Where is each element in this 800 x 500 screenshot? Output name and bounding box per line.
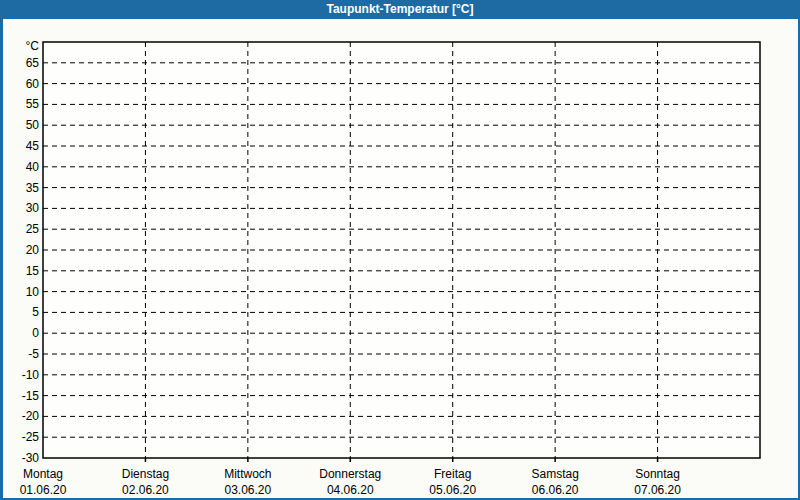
x-date-label: 03.06.20: [224, 483, 271, 497]
y-axis-unit-label: °C: [26, 39, 40, 53]
y-tick-label: -5: [28, 347, 39, 361]
x-date-label: 01.06.20: [20, 483, 67, 497]
chart-plot: 65605550454035302520151050-5-10-15-20-25…: [3, 19, 798, 498]
chart-window: Taupunkt-Temperatur [°C] 656055504540353…: [0, 0, 800, 500]
chart-title-bar: Taupunkt-Temperatur [°C]: [0, 0, 800, 19]
y-tick-label: -15: [22, 389, 40, 403]
y-tick-label: -30: [22, 451, 40, 465]
x-day-label: Dienstag: [122, 467, 169, 481]
y-tick-label: 25: [26, 222, 40, 236]
x-day-label: Mittwoch: [224, 467, 271, 481]
y-tick-label: 50: [26, 118, 40, 132]
y-tick-label: -10: [22, 368, 40, 382]
y-tick-label: 15: [26, 264, 40, 278]
x-date-label: 02.06.20: [122, 483, 169, 497]
y-tick-label: 65: [26, 56, 40, 70]
y-tick-label: 20: [26, 243, 40, 257]
y-tick-label: 55: [26, 97, 40, 111]
y-tick-label: 30: [26, 201, 40, 215]
x-day-label: Montag: [23, 467, 63, 481]
y-tick-label: 10: [26, 285, 40, 299]
y-tick-label: 40: [26, 160, 40, 174]
x-day-label: Freitag: [434, 467, 471, 481]
x-day-label: Samstag: [531, 467, 578, 481]
x-day-label: Donnerstag: [319, 467, 381, 481]
y-tick-label: -20: [22, 409, 40, 423]
y-tick-label: 0: [32, 326, 39, 340]
y-tick-label: 45: [26, 139, 40, 153]
y-tick-label: -25: [22, 430, 40, 444]
chart-content: 65605550454035302520151050-5-10-15-20-25…: [3, 19, 798, 498]
x-date-label: 07.06.20: [634, 483, 681, 497]
y-tick-label: 35: [26, 181, 40, 195]
x-date-label: 04.06.20: [327, 483, 374, 497]
chart-title: Taupunkt-Temperatur [°C]: [326, 2, 473, 16]
y-tick-label: 5: [32, 305, 39, 319]
y-tick-label: 60: [26, 77, 40, 91]
plot-area: [43, 42, 760, 458]
x-date-label: 06.06.20: [532, 483, 579, 497]
x-date-label: 05.06.20: [429, 483, 476, 497]
x-day-label: Sonntag: [635, 467, 680, 481]
